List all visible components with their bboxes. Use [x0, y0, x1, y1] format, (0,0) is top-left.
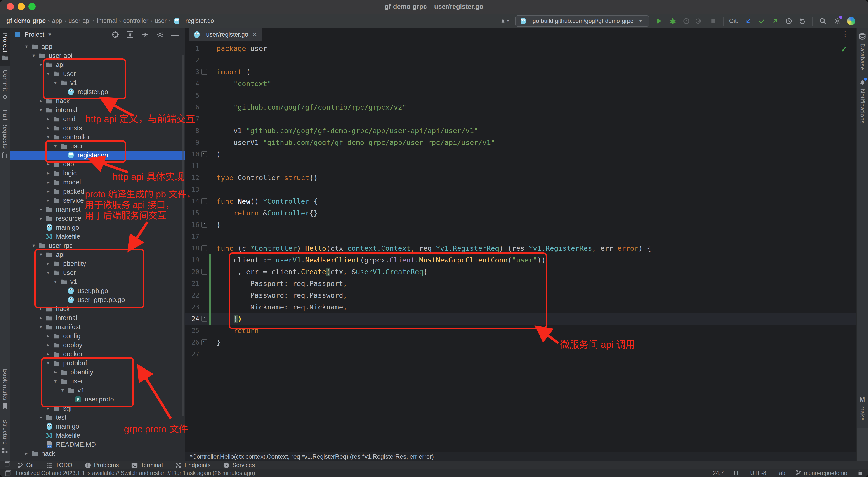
- tree-item-app[interactable]: ▾app: [10, 42, 185, 51]
- collapse-all-icon[interactable]: [141, 30, 150, 39]
- tool-strip-item-notifications[interactable]: Notifications: [857, 74, 868, 128]
- code-line-3[interactable]: 3−import (: [185, 66, 857, 78]
- code-line-6[interactable]: 6 "github.com/gogf/gf/contrib/rpc/grpcx/…: [185, 101, 857, 113]
- chevron-down-icon[interactable]: ▾: [43, 71, 53, 77]
- close-tab-icon[interactable]: ✕: [252, 31, 257, 38]
- toolwindow-button-services[interactable]: Services: [223, 461, 255, 469]
- tree-item-main.go[interactable]: main.go: [10, 422, 185, 431]
- tree-item-user.pb.go[interactable]: user.pb.go: [10, 286, 185, 295]
- chevron-right-icon[interactable]: ▸: [43, 116, 53, 122]
- chevron-right-icon[interactable]: ▸: [43, 405, 53, 411]
- code-line-27[interactable]: 27: [185, 348, 857, 360]
- tree-item-hack[interactable]: ▸hack: [10, 304, 185, 313]
- chevron-down-icon[interactable]: ▾: [36, 107, 45, 113]
- code-line-23[interactable]: 23 Nickname: req.Nickname,: [185, 301, 857, 313]
- tree-item-user.proto[interactable]: Puser.proto: [10, 395, 185, 404]
- chevron-right-icon[interactable]: ▸: [43, 342, 53, 348]
- breadcrumb-item[interactable]: app: [52, 18, 62, 24]
- run-configuration-select[interactable]: go build github.com/gogf/gf-demo-grpc ▼: [515, 16, 649, 27]
- breadcrumb-item[interactable]: user: [155, 18, 166, 24]
- code-line-15[interactable]: 15 return &Controller{}: [185, 207, 857, 219]
- chevron-down-icon[interactable]: ▾: [58, 387, 67, 393]
- run-button[interactable]: [655, 17, 664, 26]
- tree-item-user-api[interactable]: ▾user-api: [10, 51, 185, 60]
- fold-end-icon[interactable]: ^: [202, 151, 207, 157]
- tree-item-api[interactable]: ▾api: [10, 250, 185, 259]
- tree-item-manifest[interactable]: ▾manifest: [10, 322, 185, 331]
- git-update-button[interactable]: [744, 17, 753, 26]
- project-panel-title[interactable]: Project: [25, 31, 44, 38]
- fold-open-icon[interactable]: −: [202, 245, 207, 251]
- git-commit-button[interactable]: [757, 17, 766, 26]
- tree-item-v1[interactable]: ▾v1: [10, 386, 185, 395]
- tree-item-deploy[interactable]: ▸deploy: [10, 340, 185, 350]
- tree-item-sql[interactable]: ▸sql: [10, 404, 185, 413]
- chevron-down-icon[interactable]: ▾: [36, 324, 45, 330]
- code-line-12[interactable]: 12type Controller struct{}: [185, 172, 857, 184]
- tree-item-logic[interactable]: ▸logic: [10, 169, 185, 178]
- code-line-26[interactable]: 26^}: [185, 336, 857, 348]
- code-line-24[interactable]: 24^ }): [185, 313, 857, 325]
- tree-item-pbentity[interactable]: ▸pbentity: [10, 259, 185, 268]
- toolwindow-button-problems[interactable]: Problems: [85, 461, 119, 469]
- tree-item-model[interactable]: ▸model: [10, 178, 185, 187]
- toolwindow-button-git[interactable]: Git: [17, 461, 34, 469]
- code-line-20[interactable]: 20− _, err = client.Create(ctx, &userV1.…: [185, 266, 857, 278]
- code-line-2[interactable]: 2: [185, 54, 857, 66]
- collaborate-user-icon[interactable]: ▼: [501, 17, 510, 26]
- fold-end-icon[interactable]: ^: [202, 222, 207, 228]
- chevron-down-icon[interactable]: ▾: [43, 360, 53, 366]
- tree-item-service[interactable]: ▸service: [10, 196, 185, 205]
- tree-item-pbentity[interactable]: ▸pbentity: [10, 367, 185, 377]
- tool-strip-item-bookmarks[interactable]: Bookmarks: [0, 365, 10, 415]
- chevron-down-icon[interactable]: ▾: [51, 279, 60, 285]
- panel-options-gear-icon[interactable]: [156, 30, 164, 39]
- code-line-19[interactable]: 19 client := userV1.NewUserClient(grpcx.…: [185, 254, 857, 266]
- tree-item-packed[interactable]: ▸packed: [10, 187, 185, 196]
- unlock-icon[interactable]: [857, 469, 863, 477]
- tree-item-config[interactable]: ▸config: [10, 331, 185, 340]
- fold-open-icon[interactable]: −: [202, 69, 207, 75]
- chevron-down-icon[interactable]: ▾: [43, 270, 53, 275]
- chevron-down-icon[interactable]: ▾: [29, 243, 38, 248]
- code-area[interactable]: 1package user23−import (4 "context"56 "g…: [185, 41, 857, 360]
- search-everywhere-icon[interactable]: [818, 17, 827, 26]
- git-branch-widget[interactable]: mono-repo-demo: [795, 469, 847, 477]
- chevron-down-icon[interactable]: ▼: [48, 32, 52, 37]
- breadcrumb[interactable]: gf-demo-grpc ›app›user-api›internal›cont…: [6, 18, 214, 25]
- fold-open-icon[interactable]: −: [202, 269, 207, 275]
- chevron-right-icon[interactable]: ▸: [43, 161, 53, 167]
- code-line-13[interactable]: 13: [185, 184, 857, 195]
- tool-strip-item-project[interactable]: Project: [0, 28, 10, 65]
- git-push-button[interactable]: [771, 17, 780, 26]
- tree-item-controller[interactable]: ▾controller: [10, 132, 185, 142]
- tree-item-docker[interactable]: ▸docker: [10, 350, 185, 359]
- tree-item-hack[interactable]: ▸hack: [10, 449, 185, 458]
- chevron-right-icon[interactable]: ▸: [43, 261, 53, 267]
- code-line-1[interactable]: 1package user: [185, 42, 857, 54]
- chevron-right-icon[interactable]: ▸: [51, 369, 60, 375]
- tree-item-main.go[interactable]: main.go: [10, 223, 185, 232]
- tree-item-makefile[interactable]: MMakefile: [10, 431, 185, 440]
- chevron-down-icon[interactable]: ▾: [51, 80, 60, 86]
- chevron-right-icon[interactable]: ▸: [36, 206, 45, 212]
- chevron-right-icon[interactable]: ▸: [43, 170, 53, 176]
- toolwindow-button-endpoints[interactable]: Endpoints: [175, 461, 211, 469]
- tree-item-hack[interactable]: ▸hack: [10, 96, 185, 106]
- tool-strip-item-make[interactable]: Mmake: [857, 392, 868, 425]
- chevron-right-icon[interactable]: ▸: [36, 215, 45, 221]
- tree-item-dao[interactable]: ▸dao: [10, 159, 185, 169]
- expand-all-icon[interactable]: [126, 30, 135, 39]
- chevron-right-icon[interactable]: ▸: [43, 125, 53, 131]
- breadcrumb-item[interactable]: internal: [97, 18, 117, 24]
- tree-item-user[interactable]: ▾user: [10, 69, 185, 78]
- select-opened-file-icon[interactable]: [111, 30, 120, 39]
- toolwindow-button-todo[interactable]: TODO: [46, 461, 72, 469]
- coverage-button[interactable]: [695, 17, 704, 26]
- tree-item-register.go[interactable]: register.go: [10, 151, 185, 159]
- code-line-7[interactable]: 7: [185, 113, 857, 125]
- line-separator[interactable]: LF: [734, 470, 740, 476]
- tree-item-v1[interactable]: ▾v1: [10, 277, 185, 286]
- breadcrumb-item[interactable]: controller: [123, 18, 148, 24]
- tree-item-consts[interactable]: ▸consts: [10, 123, 185, 132]
